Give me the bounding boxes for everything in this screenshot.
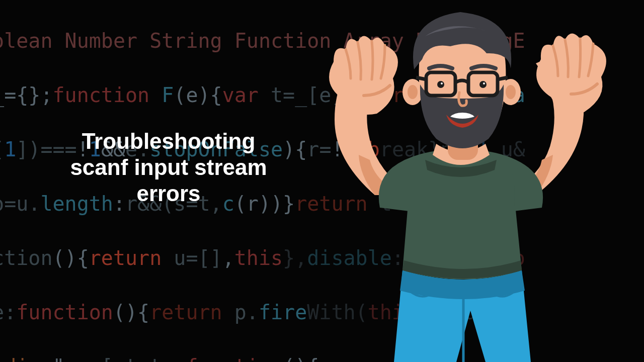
code-line: nction(){return u=[],this},disable: ctio (0, 244, 644, 272)
code-line: ending",r=[state:function(){ n} (0, 353, 644, 362)
code-line: _={};function F(e){var t=_[e]={};return … (0, 81, 644, 109)
code-line: re:function(){return p.fireWith(this, um (0, 299, 644, 326)
code-line: oolean Number String Function Array Date… (0, 27, 644, 54)
page-title: Troubleshooting scanf input stream error… (55, 128, 282, 207)
